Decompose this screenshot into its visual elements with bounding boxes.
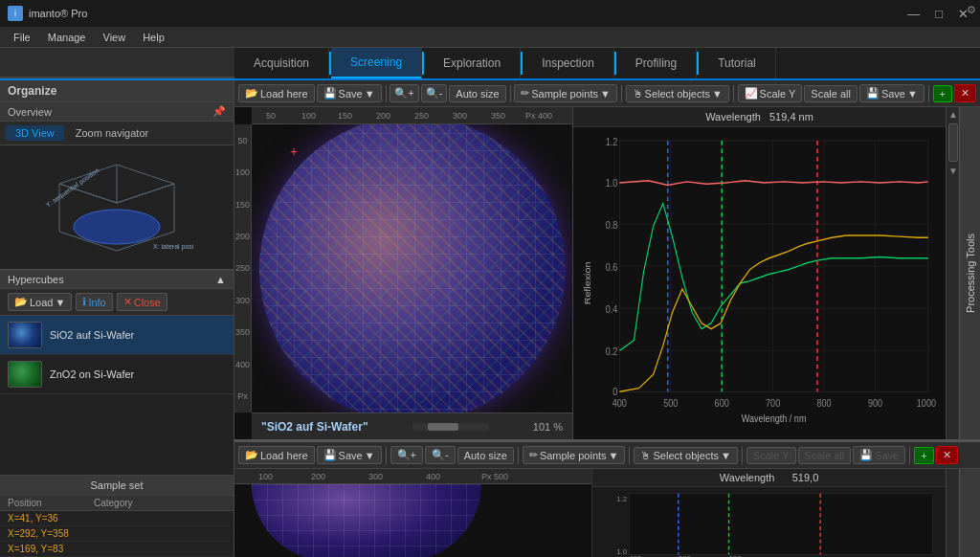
bottom-v-scrollbar[interactable] bbox=[946, 469, 959, 557]
auto-size-button[interactable]: Auto size bbox=[449, 85, 505, 102]
pos-3: X=169, Y=83 bbox=[8, 544, 94, 554]
save-button[interactable]: 💾 Save ▼ bbox=[317, 84, 382, 102]
bottom-remove-button[interactable]: ✕ bbox=[936, 446, 958, 464]
svg-text:0.6: 0.6 bbox=[606, 261, 618, 273]
bottom-scale-y-button[interactable]: Scale Y bbox=[746, 447, 796, 464]
sample-points-button[interactable]: ✏ Sample points ▼ bbox=[514, 84, 617, 102]
bottom-sample-icon: ✏ bbox=[529, 449, 538, 461]
select-objects-label: Select objects bbox=[645, 88, 710, 100]
load-here-button[interactable]: 📂 Load here bbox=[238, 84, 315, 102]
app-icon: i bbox=[8, 6, 23, 21]
load-button[interactable]: 📂 Load ▼ bbox=[8, 293, 72, 311]
bottom-processing-tab[interactable] bbox=[959, 469, 980, 557]
bottom-load-here-label: Load here bbox=[260, 450, 308, 461]
add-button[interactable]: + bbox=[933, 85, 952, 102]
svg-text:0.2: 0.2 bbox=[606, 345, 618, 357]
menu-manage[interactable]: Manage bbox=[40, 30, 94, 45]
svg-text:700: 700 bbox=[766, 397, 781, 409]
bottom-content: 📂 Load here 💾 Save ▼ 🔍+ 🔍- Auto size bbox=[234, 442, 980, 557]
svg-rect-36 bbox=[629, 494, 932, 554]
bottom-zoom-out[interactable]: 🔍- bbox=[425, 446, 456, 464]
bottom-select-arrow: ▼ bbox=[721, 450, 731, 461]
bottom-wafer-circle bbox=[252, 484, 481, 557]
bottom-add-button[interactable]: + bbox=[914, 447, 933, 464]
zoom-in-button[interactable]: 🔍+ bbox=[390, 84, 418, 102]
bottom-sample-points-button[interactable]: ✏ Sample points ▼ bbox=[523, 446, 626, 464]
sample-points-icon: ✏ bbox=[521, 87, 529, 100]
svg-text:1.0: 1.0 bbox=[616, 547, 628, 556]
scale-y-button[interactable]: 📈 Scale Y bbox=[738, 84, 803, 102]
bottom-image-panel: 100 200 300 400 Px 500 bbox=[234, 469, 591, 557]
pos-2: X=292, Y=358 bbox=[8, 528, 94, 539]
scale-y-icon: 📈 bbox=[745, 87, 758, 100]
tab-tutorial[interactable]: Tutorial bbox=[699, 48, 776, 78]
bottom-save2-button[interactable]: 💾 Save bbox=[853, 446, 905, 464]
remove-button[interactable]: ✕ bbox=[954, 84, 976, 102]
gear-icon[interactable]: ⚙ bbox=[967, 4, 976, 16]
load-icon: 📂 bbox=[14, 296, 28, 308]
table-row[interactable]: X=41, Y=36 bbox=[0, 511, 234, 526]
toolbar-sep-1 bbox=[386, 85, 387, 102]
sample-set-label: Sample set bbox=[0, 475, 234, 496]
zoom-out-button[interactable]: 🔍- bbox=[421, 84, 448, 102]
menu-file[interactable]: File bbox=[6, 30, 38, 45]
menu-help[interactable]: Help bbox=[135, 30, 172, 45]
scale-all-button[interactable]: Scale all bbox=[804, 85, 858, 102]
load-label: Load bbox=[30, 297, 53, 308]
table-row[interactable]: X=169, Y=83 bbox=[0, 542, 234, 557]
tab-profiling[interactable]: Profiling bbox=[616, 48, 697, 78]
wafer-area[interactable]: + bbox=[252, 124, 572, 412]
select-objects-button[interactable]: 🖱 Select objects ▼ bbox=[626, 85, 729, 102]
tab-screening[interactable]: Screening bbox=[331, 48, 422, 78]
bottom-save-button[interactable]: 💾 Save ▼ bbox=[317, 446, 382, 464]
scroll-thumb[interactable] bbox=[948, 123, 958, 162]
bottom-select-objects-button[interactable]: 🖱 Select objects ▼ bbox=[634, 447, 737, 464]
svg-text:400: 400 bbox=[612, 397, 628, 409]
tab-inspection[interactable]: Inspection bbox=[523, 48, 614, 78]
title-bar: i imanto® Pro — □ ✕ bbox=[0, 0, 980, 27]
v-scrollbar[interactable]: ▲ ▼ bbox=[946, 107, 959, 439]
maximize-button[interactable]: □ bbox=[931, 7, 947, 21]
tab-acquisition[interactable]: Acquisition bbox=[234, 48, 329, 78]
bottom-chart-panel: Wavelength 519,0 bbox=[591, 469, 946, 557]
bottom-content-toolbar: 📂 Load here 💾 Save ▼ 🔍+ 🔍- Auto size bbox=[234, 442, 980, 469]
bottom-zoom-in[interactable]: 🔍+ bbox=[390, 446, 423, 464]
content-area: 📂 Load here 💾 Save ▼ 🔍+ 🔍- Auto size ✏ S… bbox=[234, 80, 980, 557]
svg-text:0.4: 0.4 bbox=[606, 303, 618, 315]
cube-thumb-1 bbox=[8, 322, 42, 348]
table-row[interactable]: X=292, Y=358 bbox=[0, 526, 234, 542]
processing-tools-tab[interactable]: Processing Tools bbox=[959, 107, 980, 439]
scroll-up-button[interactable]: ▲ bbox=[947, 107, 959, 122]
cube-item-1[interactable]: SiO2 auf Si-Wafer bbox=[0, 316, 234, 355]
minimize-button[interactable]: — bbox=[903, 7, 924, 21]
info-button[interactable]: ℹ Info bbox=[76, 293, 112, 311]
window-controls[interactable]: — □ ✕ bbox=[903, 7, 972, 21]
bottom-load-here-button[interactable]: 📂 Load here bbox=[238, 446, 315, 464]
cube-item-2[interactable]: ZnO2 on Si-Wafer bbox=[0, 355, 234, 394]
hypercubes-label: Hypercubes bbox=[8, 274, 64, 285]
bottom-scale-all-button[interactable]: Scale all bbox=[798, 447, 852, 464]
tab-zoom-navigator[interactable]: Zoom navigator bbox=[66, 125, 158, 141]
h-scrollbar[interactable] bbox=[412, 423, 489, 431]
save2-arrow-icon: ▼ bbox=[907, 88, 918, 100]
sample-points-arrow: ▼ bbox=[600, 88, 611, 100]
expand-icon[interactable]: ▲ bbox=[215, 274, 226, 285]
sample-table-header: Position Category bbox=[0, 496, 234, 511]
tab-3d-view[interactable]: 3D View bbox=[6, 125, 64, 141]
svg-text:1.2: 1.2 bbox=[606, 136, 618, 147]
bottom-auto-size-button[interactable]: Auto size bbox=[457, 447, 514, 464]
menu-view[interactable]: View bbox=[96, 30, 134, 45]
bottom-wavelength-value: 519,0 bbox=[792, 472, 819, 483]
sample-table: X=41, Y=36 X=292, Y=358 X=169, Y=83 bbox=[0, 511, 234, 557]
overview-bar: Overview 📌 bbox=[0, 102, 234, 122]
tab-exploration[interactable]: Exploration bbox=[424, 48, 521, 78]
scroll-down-button[interactable]: ▼ bbox=[947, 164, 959, 178]
save2-button[interactable]: 💾 Save ▼ bbox=[859, 84, 924, 102]
bottom-sep-3 bbox=[629, 447, 630, 464]
bottom-chart-area[interactable]: 1.2 1.0 400 500 600 bbox=[592, 487, 946, 557]
bottom-select-label: Select objects bbox=[653, 450, 718, 461]
chart-area[interactable]: 1.2 1.0 0.8 0.6 0.4 0.2 0 400 500 600 70… bbox=[573, 127, 946, 439]
scroll-control bbox=[412, 423, 489, 431]
close-cube-button[interactable]: ✕ Close bbox=[117, 293, 167, 311]
cube-label-2: ZnO2 on Si-Wafer bbox=[50, 368, 134, 380]
